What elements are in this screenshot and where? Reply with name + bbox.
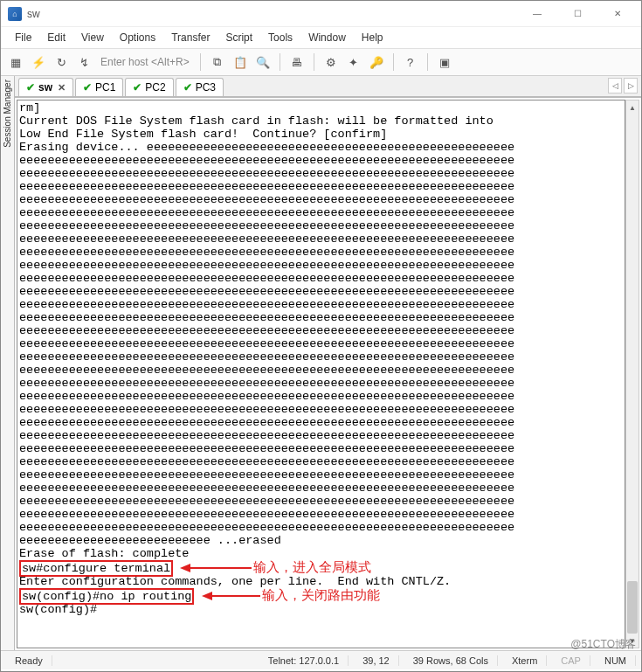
status-num: NUM xyxy=(596,655,636,666)
tab-label: PC2 xyxy=(145,81,165,94)
separator xyxy=(314,53,314,71)
menubar: File Edit View Options Transfer Script T… xyxy=(1,27,641,49)
terminal-line: Erasing device... eeeeeeeeeeeeeeeeeeeeee… xyxy=(19,141,623,154)
terminal-line: eeeeeeeeeeeeeeeeeeeeeeeeeeeeeeeeeeeeeeee… xyxy=(19,390,623,403)
terminal-line: eeeeeeeeeeeeeeeeeeeeeeeeeeeeeeeeeeeeeeee… xyxy=(19,246,623,259)
terminal-line: eeeeeeeeeeeeeeeeeeeeeeeeeeeeeeeeeeeeeeee… xyxy=(19,468,623,481)
tab-label: PC3 xyxy=(196,81,216,94)
terminal-line: eeeeeeeeeeeeeeeeeeeeeeeeeeeeeeeeeeeeeeee… xyxy=(19,442,623,455)
terminal-line: eeeeeeeeeeeeeeeeeeeeeeeeeeeeeeeeeeeeeeee… xyxy=(19,180,623,193)
session-manager-panel[interactable]: Session Manager xyxy=(1,76,15,650)
svg-marker-1 xyxy=(180,564,190,572)
maximize-button[interactable]: ☐ xyxy=(557,1,597,27)
check-icon: ✔ xyxy=(133,81,142,94)
terminal-line: eeeeeeeeeeeeeeeeeeeeeeeeeeeeeeeeeeeeeeee… xyxy=(19,206,623,219)
scroll-up-icon[interactable]: ▲ xyxy=(626,100,639,114)
menu-tools[interactable]: Tools xyxy=(261,29,300,46)
status-term-type: Xterm xyxy=(503,655,547,666)
terminal-line: eeeeeeeeeeeeeeeeeeeeeeeeeeeeeeeeeeeeeeee… xyxy=(19,481,623,495)
terminal-line: eeeeeeeeeeeeeeeeeeeeeeeeeeeeeeeeeeeeeeee… xyxy=(19,377,623,390)
tab-pc1[interactable]: ✔ PC1 xyxy=(75,78,123,96)
tab-pc2[interactable]: ✔ PC2 xyxy=(125,78,173,96)
tab-label: PC1 xyxy=(95,81,115,94)
terminal-line: sw(config)#no ip routing 输入，关闭路由功能 xyxy=(19,588,623,603)
quick-connect-icon[interactable]: ⚡ xyxy=(29,52,48,72)
arrow-icon xyxy=(202,590,262,602)
status-connection: Telnet: 127.0.0.1 xyxy=(259,655,349,666)
terminal-scrollbar[interactable]: ▲ ▼ xyxy=(625,100,639,648)
tab-close-icon[interactable]: ✕ xyxy=(58,82,66,94)
check-icon: ✔ xyxy=(83,81,92,94)
terminal-output[interactable]: rm]Current DOS File System flash card in… xyxy=(17,100,625,648)
watermark: @51CTO博客 xyxy=(570,637,636,652)
menu-file[interactable]: File xyxy=(8,29,38,46)
terminal-line: eeeeeeeeeeeeeeeeeeeeeeeeeeeeeeeeeeeeeeee… xyxy=(19,455,623,468)
terminal-line: eeeeeeeeeeeeeeeeeeeeeeeeeeeeeeeeeeeeeeee… xyxy=(19,416,623,429)
minimize-button[interactable]: — xyxy=(517,1,557,27)
terminal-line: eeeeeeeeeeeeeeeeeeeeeeeeeeeeeeeeeeeeeeee… xyxy=(19,521,623,534)
terminal-line: eeeeeeeeeeeeeeeeeeeeeeeeeee ...erased xyxy=(19,534,623,547)
reconnect-icon[interactable]: ↻ xyxy=(52,52,71,72)
terminal-line: eeeeeeeeeeeeeeeeeeeeeeeeeeeeeeeeeeeeeeee… xyxy=(19,337,623,350)
menu-transfer[interactable]: Transfer xyxy=(164,29,217,46)
menu-view[interactable]: View xyxy=(74,29,111,46)
scroll-thumb[interactable] xyxy=(627,581,638,634)
copy-icon[interactable]: ⧉ xyxy=(208,52,227,72)
toolbar: ▦ ⚡ ↻ ↯ Enter host <Alt+R> ⧉ 📋 🔍 🖶 ⚙ ✦ 🔑… xyxy=(1,49,641,76)
separator xyxy=(200,53,201,71)
check-icon: ✔ xyxy=(26,81,35,94)
window-controls: — ☐ ✕ xyxy=(517,1,638,27)
close-button[interactable]: ✕ xyxy=(597,1,638,27)
app-icon: ⌂ xyxy=(8,7,22,21)
terminal-line: eeeeeeeeeeeeeeeeeeeeeeeeeeeeeeeeeeeeeeee… xyxy=(19,311,623,324)
terminal-line: eeeeeeeeeeeeeeeeeeeeeeeeeeeeeeeeeeeeeeee… xyxy=(19,508,623,521)
settings-icon[interactable]: ⚙ xyxy=(321,52,341,72)
status-size: 39 Rows, 68 Cols xyxy=(404,655,498,666)
disconnect-icon[interactable]: ↯ xyxy=(74,52,93,72)
svg-marker-3 xyxy=(202,592,212,600)
terminal-line: eeeeeeeeeeeeeeeeeeeeeeeeeeeeeeeeeeeeeeee… xyxy=(19,219,623,232)
separator xyxy=(427,53,428,71)
key-icon[interactable]: 🔑 xyxy=(367,52,386,72)
terminal-line: Enter configuration commands, one per li… xyxy=(19,575,623,588)
terminal-line: eeeeeeeeeeeeeeeeeeeeeeeeeeeeeeeeeeeeeeee… xyxy=(19,154,623,167)
menu-window[interactable]: Window xyxy=(301,29,353,46)
terminal-line: eeeeeeeeeeeeeeeeeeeeeeeeeeeeeeeeeeeeeeee… xyxy=(19,364,623,377)
terminal-line: eeeeeeeeeeeeeeeeeeeeeeeeeeeeeeeeeeeeeeee… xyxy=(19,403,623,416)
session-manager-label: Session Manager xyxy=(3,80,12,148)
tab-pc3[interactable]: ✔ PC3 xyxy=(176,78,224,96)
print-icon[interactable]: 🖶 xyxy=(287,52,307,72)
terminal-line: eeeeeeeeeeeeeeeeeeeeeeeeeeeeeeeeeeeeeeee… xyxy=(19,272,623,285)
terminal-line: Current DOS File System flash card in fl… xyxy=(19,114,623,128)
status-cursor-pos: 39, 12 xyxy=(354,655,399,666)
tab-sw[interactable]: ✔ sw ✕ xyxy=(18,78,73,96)
titlebar: ⌂ sw — ☐ ✕ xyxy=(1,1,641,27)
terminal-line: eeeeeeeeeeeeeeeeeeeeeeeeeeeeeeeeeeeeeeee… xyxy=(19,232,623,246)
terminal-line: eeeeeeeeeeeeeeeeeeeeeeeeeeeeeeeeeeeeeeee… xyxy=(19,167,623,180)
terminal-line: rm] xyxy=(19,101,623,114)
check-icon: ✔ xyxy=(183,81,192,94)
annotation-text: 输入，进入全局模式 xyxy=(253,559,371,574)
menu-script[interactable]: Script xyxy=(218,29,259,46)
terminal-prompt: sw(config)# xyxy=(19,603,623,616)
paste-icon[interactable]: 📋 xyxy=(231,52,250,72)
menu-edit[interactable]: Edit xyxy=(40,29,72,46)
new-session-icon[interactable]: ▦ xyxy=(6,52,25,72)
menu-options[interactable]: Options xyxy=(113,29,162,46)
terminal-line: eeeeeeeeeeeeeeeeeeeeeeeeeeeeeeeeeeeeeeee… xyxy=(19,350,623,364)
tab-nav-right-icon[interactable]: ▷ xyxy=(624,78,638,94)
scroll-track[interactable] xyxy=(626,114,639,634)
host-input[interactable]: Enter host <Alt+R> xyxy=(97,56,193,68)
toggle-icon[interactable]: ▣ xyxy=(435,52,454,72)
tab-nav-left-icon[interactable]: ◁ xyxy=(608,78,622,94)
terminal-line: Erase of flash: complete xyxy=(19,547,623,560)
find-icon[interactable]: 🔍 xyxy=(253,52,273,72)
terminal-line: sw#configure terminal 输入，进入全局模式 xyxy=(19,560,623,575)
gear-icon[interactable]: ✦ xyxy=(344,52,363,72)
help-icon[interactable]: ? xyxy=(401,52,420,72)
menu-help[interactable]: Help xyxy=(355,29,390,46)
terminal-line: eeeeeeeeeeeeeeeeeeeeeeeeeeeeeeeeeeeeeeee… xyxy=(19,429,623,442)
terminal-line: eeeeeeeeeeeeeeeeeeeeeeeeeeeeeeeeeeeeeeee… xyxy=(19,285,623,298)
annotation-text: 输入，关闭路由功能 xyxy=(262,587,380,602)
window-title: sw xyxy=(27,8,40,20)
